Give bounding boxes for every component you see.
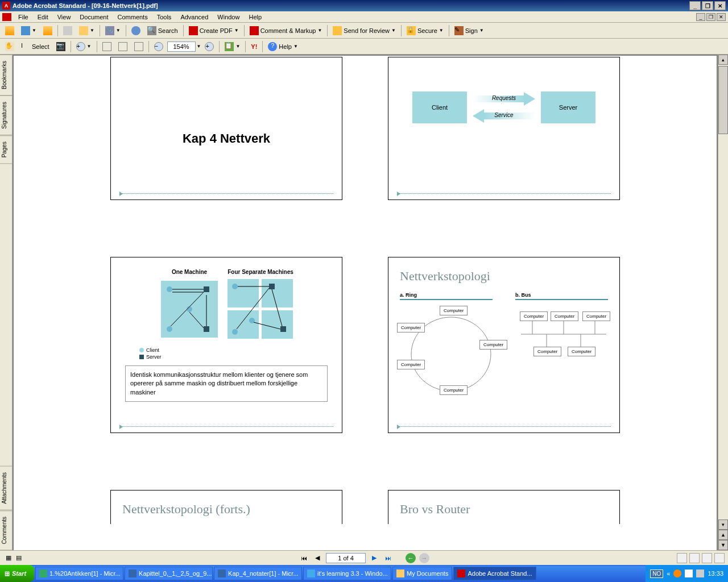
menu-file[interactable]: File (14, 13, 33, 22)
fit-visible-button[interactable] (131, 40, 146, 53)
task-item-active[interactable]: Adobe Acrobat Stand... (453, 567, 536, 580)
attach-button[interactable]: 📎▼ (102, 24, 123, 37)
tab-pages[interactable]: Pages (0, 135, 12, 164)
create-pdf-button[interactable]: Create PDF▼ (186, 24, 242, 37)
hand-tool[interactable]: ✋ (2, 40, 17, 53)
slide-5: Nettverkstopologi (forts.) (110, 490, 342, 524)
layout-icon[interactable]: ▦ (3, 553, 14, 563)
sign-button[interactable]: ✎Sign▼ (452, 24, 487, 37)
svg-rect-4 (204, 286, 209, 292)
help-button[interactable]: ?Help▼ (265, 40, 301, 53)
minimize-button[interactable]: _ (689, 1, 701, 10)
tab-bookmarks[interactable]: Bookmarks (0, 55, 12, 95)
snapshot-tool[interactable]: 📷 (53, 40, 68, 53)
tray-icon[interactable] (696, 569, 704, 577)
send-review-button[interactable]: Send for Review▼ (330, 24, 399, 37)
select-tool[interactable]: ISelect (18, 40, 52, 53)
mail-button[interactable]: ▼ (76, 24, 97, 37)
menu-help[interactable]: Help (244, 13, 266, 22)
first-page-button[interactable]: ⏮ (299, 553, 309, 563)
four-machines-diagram (226, 278, 295, 340)
folder-button[interactable] (40, 24, 55, 37)
scroll-page-up[interactable]: ▲ (718, 530, 728, 540)
menu-document[interactable]: Document (75, 13, 113, 22)
slide-6: Bro vs Router (388, 490, 620, 524)
fit-page-button[interactable] (100, 40, 114, 53)
ring-computer: Computer (479, 340, 507, 350)
scroll-thumb[interactable] (718, 66, 728, 134)
menu-advanced[interactable]: Advanced (176, 13, 213, 22)
prev-page-button[interactable]: ◀ (312, 553, 322, 563)
sign-label: Sign (465, 27, 478, 34)
restore-button[interactable]: ❐ (702, 1, 713, 10)
tab-comments[interactable]: Comments (0, 510, 12, 550)
zoom-out-button[interactable]: − (151, 40, 166, 53)
four-machines-label: Four Separate Machines (226, 269, 295, 275)
close-button[interactable]: ✕ (714, 1, 726, 10)
last-page-button[interactable]: ⏭ (383, 553, 393, 563)
legend-client: Client (146, 347, 159, 353)
print-button[interactable] (60, 24, 75, 37)
document-area[interactable]: Kap 4 Nettverk Client Requests Service S… (13, 55, 718, 550)
search-button[interactable]: 🔍Search (144, 24, 181, 37)
task-item[interactable]: it's learning 3.3 - Windo... (303, 567, 391, 580)
layout-icon2[interactable]: ▤ (14, 553, 24, 563)
view-continuous-facing[interactable] (714, 553, 725, 563)
comment-markup-button[interactable]: Comment & Markup▼ (247, 24, 325, 37)
server-box: Server (541, 92, 595, 123)
page-input[interactable] (326, 553, 366, 563)
ring-computer: Computer (440, 385, 468, 395)
menu-window[interactable]: Window (213, 13, 244, 22)
svg-point-15 (232, 284, 238, 289)
save-button[interactable]: ▼ (18, 24, 39, 37)
secure-button[interactable]: 🔒Secure▼ (404, 24, 446, 37)
open-button[interactable] (2, 24, 17, 37)
task-item[interactable]: 1.%20Antikken[1] - Micr... (35, 567, 123, 580)
mdi-restore[interactable]: ❐ (706, 13, 715, 21)
ring-computer: Computer (397, 360, 425, 369)
tab-signatures[interactable]: Signatures (0, 95, 12, 135)
language-indicator[interactable]: NO (650, 569, 663, 578)
organizer-button[interactable]: 📋▼ (222, 40, 243, 53)
vertical-scrollbar[interactable]: ▴ ▾ ▲ ▼ (718, 55, 728, 550)
scroll-up[interactable]: ▴ (718, 55, 728, 65)
sidetabs: Bookmarks Signatures Pages Attachments C… (0, 55, 13, 550)
task-item[interactable]: My Documents (392, 567, 452, 580)
zoom-input[interactable] (167, 41, 196, 52)
tray-icon[interactable] (685, 569, 693, 577)
mdi-close[interactable]: ✕ (717, 13, 726, 21)
tray-expand[interactable]: « (667, 570, 670, 577)
scroll-down[interactable]: ▾ (718, 519, 728, 530)
toolbar-view: ✋ ISelect 📷 +▼ − ▼ + 📋▼ Y! ?Help▼ (0, 39, 728, 55)
scroll-page-down[interactable]: ▼ (718, 540, 728, 550)
mdi-minimize[interactable]: _ (696, 13, 705, 21)
bus-computer: Computer (533, 347, 561, 356)
tab-attachments[interactable]: Attachments (0, 466, 12, 510)
clock[interactable]: 13:33 (708, 570, 723, 577)
forward-button[interactable]: → (419, 553, 429, 563)
task-item[interactable]: Kap_4_notater[1] - Micr... (214, 567, 302, 580)
yahoo-button[interactable]: Y! (248, 40, 260, 53)
menu-edit[interactable]: Edit (33, 13, 53, 22)
globe-button[interactable] (129, 24, 143, 37)
tray-icon[interactable] (673, 569, 681, 577)
view-single[interactable] (677, 553, 687, 563)
menu-view[interactable]: View (53, 13, 76, 22)
one-machine-diagram (158, 278, 221, 340)
slide-1: Kap 4 Nettverk (110, 57, 342, 200)
menu-comments[interactable]: Comments (113, 13, 152, 22)
requests-label: Requests (473, 95, 535, 101)
fit-width-button[interactable] (115, 40, 130, 53)
comment-label: Comment & Markup (260, 27, 316, 34)
start-button[interactable]: ⊞ Start (0, 565, 34, 582)
next-page-button[interactable]: ▶ (369, 553, 379, 563)
zoom-dropdown[interactable]: ▼ (197, 44, 201, 49)
menu-tools[interactable]: Tools (152, 13, 176, 22)
view-facing[interactable] (702, 553, 712, 563)
zoom-in-tool[interactable]: +▼ (73, 40, 94, 53)
task-item[interactable]: Kapittel_0,_1,_2,5_og_9... (125, 567, 213, 580)
send-label: Send for Review (344, 27, 390, 34)
view-continuous[interactable] (689, 553, 700, 563)
back-button[interactable]: ← (406, 553, 416, 563)
zoom-in-button[interactable]: + (202, 40, 217, 53)
